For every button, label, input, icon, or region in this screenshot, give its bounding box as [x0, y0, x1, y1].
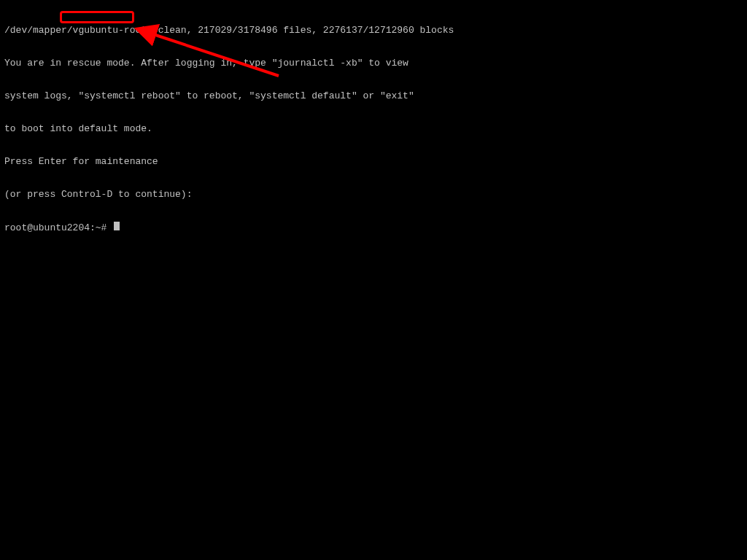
terminal-console[interactable]: /dev/mapper/vgubuntu-root: clean, 217029…: [0, 0, 747, 247]
maintenance-prompt-line: Press Enter for maintenance: [4, 156, 743, 167]
fsck-output-line: /dev/mapper/vgubuntu-root: clean, 217029…: [4, 25, 743, 36]
shell-prompt: root@ubuntu2204:~#: [4, 222, 112, 233]
shell-prompt-line: root@ubuntu2204:~#: [4, 222, 743, 233]
terminal-cursor: [114, 222, 120, 230]
rescue-mode-line-1: You are in rescue mode. After logging in…: [4, 58, 743, 69]
rescue-mode-line-2: system logs, "systemctl reboot" to reboo…: [4, 90, 743, 101]
continue-hint-line: (or press Control-D to continue):: [4, 189, 743, 200]
rescue-mode-line-3: to boot into default mode.: [4, 123, 743, 134]
